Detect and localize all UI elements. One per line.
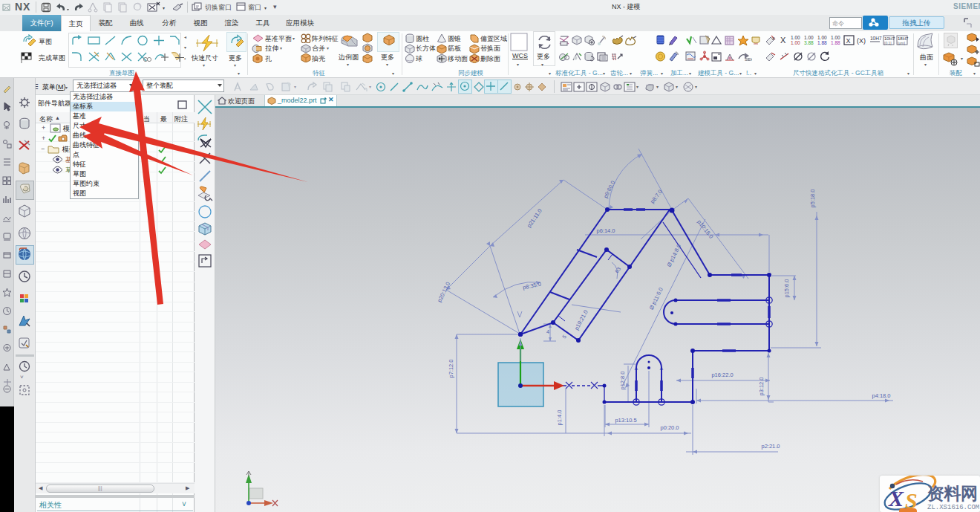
svg-text:1.00: 1.00 <box>804 35 814 40</box>
svg-text:p0:20.0: p0:20.0 <box>660 424 679 431</box>
svg-text:x: x <box>772 36 775 41</box>
svg-text:Ø p14:8.0: Ø p14:8.0 <box>665 243 682 268</box>
svg-text:p13:10.5: p13:10.5 <box>615 417 636 424</box>
svg-text:p7:12.0: p7:12.0 <box>448 359 454 377</box>
svg-text:p16:22.0: p16:22.0 <box>711 372 733 378</box>
svg-text:p9:60.0: p9:60.0 <box>602 180 616 199</box>
svg-text:p2:21.0: p2:21.0 <box>761 443 780 450</box>
svg-text:p21:11.0: p21:11.0 <box>526 207 543 229</box>
svg-text:(X): (X) <box>857 37 866 45</box>
svg-text:3.88: 3.88 <box>804 40 814 45</box>
svg-text:p8:35.0: p8:35.0 <box>522 281 541 291</box>
svg-text:1.88: 1.88 <box>817 40 827 45</box>
svg-text:X: X <box>780 36 786 45</box>
svg-text:X: X <box>846 37 851 45</box>
svg-text:X: X <box>888 486 904 511</box>
svg-text:p1:4.0: p1:4.0 <box>556 410 563 426</box>
svg-text:1.00: 1.00 <box>817 35 827 40</box>
svg-text:p8:7.0: p8:7.0 <box>649 188 664 204</box>
svg-text:1.00: 1.00 <box>831 35 840 40</box>
svg-text:ZL.XS1616.COM: ZL.XS1616.COM <box>927 504 979 511</box>
svg-text:5: 5 <box>561 334 567 339</box>
svg-text:p4:18.0: p4:18.0 <box>872 392 890 399</box>
svg-text:63: 63 <box>614 266 621 273</box>
svg-text:p5:18.0: p5:18.0 <box>809 189 816 207</box>
svg-text:p10:18.0: p10:18.0 <box>696 218 714 240</box>
svg-text:p12:8.0: p12:8.0 <box>619 371 626 389</box>
svg-text:1.00: 1.00 <box>791 40 800 45</box>
svg-text:[0.1]: [0.1] <box>884 41 892 45</box>
svg-text:p6:14.0: p6:14.0 <box>596 227 615 234</box>
svg-text:1.00: 1.00 <box>791 35 800 40</box>
svg-text:10H7: 10H7 <box>870 36 882 41</box>
svg-text:p15:6.0: p15:6.0 <box>783 279 790 297</box>
svg-text:p3:12.0: p3:12.0 <box>758 377 765 395</box>
svg-text:SEH7: SEH7 <box>745 57 752 62</box>
svg-text:资料网: 资料网 <box>927 484 978 503</box>
svg-text:4: 4 <box>546 329 549 334</box>
svg-text:1.88: 1.88 <box>831 40 840 45</box>
svg-text:[μm]: [μm] <box>898 41 905 45</box>
